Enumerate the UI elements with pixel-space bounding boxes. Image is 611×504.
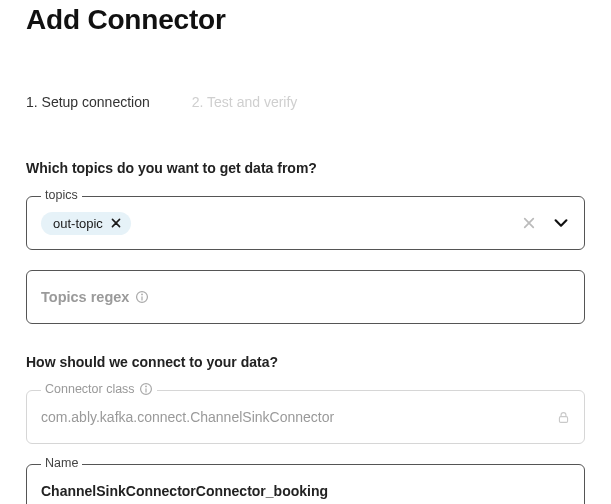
name-legend: Name [41, 456, 82, 470]
name-field[interactable]: Name [26, 464, 585, 504]
page-title: Add Connector [26, 0, 585, 40]
svg-rect-6 [559, 416, 567, 422]
topic-chip-label: out-topic [53, 216, 103, 231]
info-icon [135, 290, 149, 304]
connector-class-field: Connector class com.ably.kafka.connect.C… [26, 390, 585, 444]
topics-regex-placeholder: Topics regex [41, 289, 149, 305]
step-setup-connection[interactable]: 1. Setup connection [26, 94, 150, 110]
svg-point-4 [145, 386, 147, 388]
topics-regex-field[interactable]: Topics regex [26, 270, 585, 324]
topics-regex-placeholder-text: Topics regex [41, 289, 129, 305]
step-test-and-verify: 2. Test and verify [192, 94, 298, 110]
connector-class-legend-text: Connector class [45, 382, 135, 396]
name-input[interactable] [41, 483, 570, 499]
svg-rect-2 [142, 296, 143, 300]
svg-point-1 [142, 294, 144, 296]
remove-chip-icon[interactable] [109, 216, 123, 230]
topics-legend: topics [41, 188, 82, 202]
section-connect-label: How should we connect to your data? [26, 354, 585, 370]
wizard-steps: 1. Setup connection 2. Test and verify [26, 94, 585, 110]
topic-chip: out-topic [41, 212, 131, 235]
chevron-down-icon[interactable] [552, 214, 570, 232]
connector-class-legend: Connector class [41, 382, 157, 396]
section-topics-label: Which topics do you want to get data fro… [26, 160, 585, 176]
connector-class-value: com.ably.kafka.connect.ChannelSinkConnec… [41, 409, 556, 425]
lock-icon [556, 410, 570, 424]
clear-all-icon[interactable] [522, 216, 536, 230]
topics-field[interactable]: topics out-topic [26, 196, 585, 250]
svg-rect-5 [145, 388, 146, 392]
info-icon [139, 382, 153, 396]
